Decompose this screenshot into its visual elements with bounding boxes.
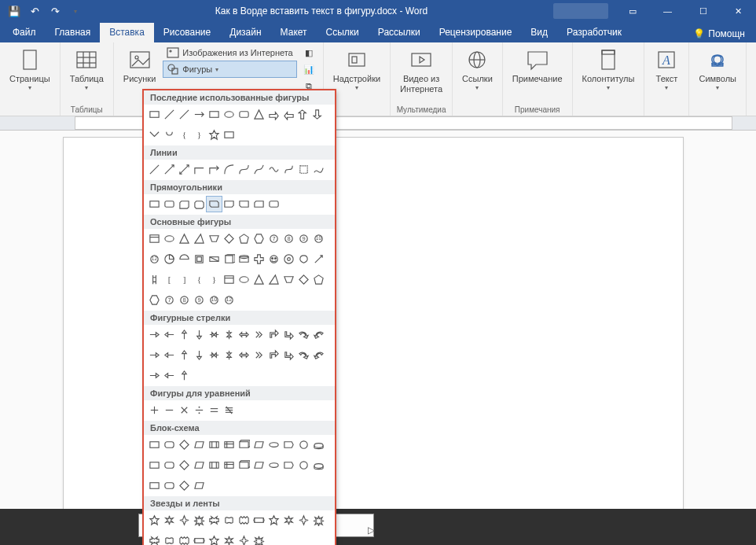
tab-file[interactable]: Файл	[3, 23, 46, 42]
shape-option[interactable]	[147, 348, 162, 363]
shape-option[interactable]	[207, 348, 222, 363]
shape-option[interactable]	[177, 437, 192, 452]
shape-option[interactable]	[296, 458, 311, 473]
shape-option[interactable]	[162, 348, 177, 363]
tab-design[interactable]: Дизайн	[220, 23, 270, 42]
shape-option[interactable]	[162, 368, 177, 383]
shape-option[interactable]	[192, 513, 207, 528]
shape-option[interactable]	[162, 197, 177, 212]
shape-option[interactable]	[237, 231, 251, 246]
links-button[interactable]: Ссылки ▾	[457, 45, 497, 94]
shape-option[interactable]	[162, 252, 177, 267]
shape-option[interactable]	[311, 348, 326, 363]
shape-option[interactable]	[266, 162, 281, 177]
shape-option[interactable]	[207, 327, 222, 342]
tab-developer[interactable]: Разработчик	[557, 23, 631, 42]
shape-option[interactable]	[207, 231, 222, 246]
redo-button[interactable]: ↷	[46, 2, 64, 20]
shape-option[interactable]	[177, 252, 192, 267]
shape-option[interactable]	[147, 368, 162, 383]
save-button[interactable]: 💾	[5, 2, 24, 20]
shape-option[interactable]	[251, 231, 266, 246]
shape-option[interactable]	[281, 348, 296, 363]
shape-option[interactable]	[251, 533, 266, 545]
tell-me[interactable]: 💡 Помощн	[685, 28, 753, 42]
shape-option[interactable]	[222, 272, 237, 287]
shape-option[interactable]: 8	[281, 231, 296, 246]
shape-option[interactable]	[266, 107, 281, 122]
shape-option[interactable]	[296, 327, 311, 342]
shape-option[interactable]: 12	[222, 293, 237, 307]
shape-option[interactable]: }	[192, 127, 207, 142]
shape-option[interactable]: }	[207, 272, 222, 287]
tab-home[interactable]: Главная	[46, 23, 101, 42]
shape-option[interactable]: 10	[311, 231, 326, 246]
horizontal-ruler[interactable]	[0, 116, 756, 131]
shape-option[interactable]	[177, 107, 192, 122]
shape-option[interactable]	[192, 458, 207, 473]
undo-button[interactable]: ↶	[25, 2, 44, 20]
tab-view[interactable]: Вид	[521, 23, 557, 42]
shape-option[interactable]	[281, 437, 296, 452]
addins-button[interactable]: Надстройки ▾	[328, 45, 385, 94]
shapes-gallery[interactable]: Последние использованные фигуры{}ЛинииПр…	[143, 90, 336, 545]
shape-option[interactable]	[237, 197, 251, 212]
shape-option[interactable]	[251, 348, 266, 363]
shape-option[interactable]	[192, 533, 207, 545]
shape-option[interactable]	[251, 197, 266, 212]
shape-option[interactable]	[192, 348, 207, 363]
shape-option[interactable]	[162, 327, 177, 342]
shape-option[interactable]	[222, 252, 237, 267]
shape-option[interactable]	[296, 513, 311, 528]
shape-option[interactable]	[222, 127, 237, 142]
shape-option[interactable]	[237, 327, 251, 342]
shape-option[interactable]	[237, 533, 251, 545]
shape-option[interactable]	[192, 162, 207, 177]
shape-option[interactable]	[162, 162, 177, 177]
shape-option[interactable]	[251, 272, 266, 287]
maximize-button[interactable]: ☐	[685, 0, 721, 22]
shape-option[interactable]	[222, 327, 237, 342]
shape-option[interactable]	[162, 533, 177, 545]
shape-option[interactable]	[311, 327, 326, 342]
shape-option[interactable]	[251, 437, 266, 452]
shape-option[interactable]	[147, 272, 162, 287]
tab-review[interactable]: Рецензирование	[430, 23, 522, 42]
shape-option[interactable]	[162, 107, 177, 122]
shape-option[interactable]	[162, 458, 177, 473]
shape-option[interactable]	[222, 513, 237, 528]
online-video-button[interactable]: Видео из Интернета	[395, 45, 447, 96]
tab-mailings[interactable]: Рассылки	[369, 23, 430, 42]
shape-option[interactable]	[237, 252, 251, 267]
shape-option[interactable]	[266, 458, 281, 473]
shape-option[interactable]	[162, 403, 177, 418]
shape-option[interactable]	[192, 478, 207, 493]
pictures-button[interactable]: Рисунки	[119, 45, 161, 87]
shape-option[interactable]	[222, 403, 237, 418]
shape-option[interactable]	[162, 478, 177, 493]
shape-option[interactable]	[266, 437, 281, 452]
shape-option[interactable]	[222, 107, 237, 122]
shape-option[interactable]	[311, 513, 326, 528]
shape-option[interactable]	[251, 162, 266, 177]
shape-option[interactable]	[147, 127, 162, 142]
tab-insert[interactable]: Вставка	[100, 23, 154, 42]
shape-option[interactable]	[296, 162, 311, 177]
shape-option[interactable]	[177, 327, 192, 342]
shape-option[interactable]	[207, 513, 222, 528]
tab-draw[interactable]: Рисование	[154, 23, 220, 42]
shape-option[interactable]	[281, 272, 296, 287]
shape-option[interactable]	[266, 348, 281, 363]
shape-option[interactable]	[147, 162, 162, 177]
shape-option[interactable]	[177, 231, 192, 246]
shape-option[interactable]	[281, 513, 296, 528]
shape-option[interactable]	[162, 127, 177, 142]
shape-option[interactable]: 12	[147, 252, 162, 267]
shape-option[interactable]	[207, 458, 222, 473]
shape-option[interactable]	[281, 107, 296, 122]
shape-option[interactable]	[222, 197, 237, 212]
shape-option[interactable]	[207, 162, 222, 177]
shape-option[interactable]: [	[162, 272, 177, 287]
shape-option[interactable]	[177, 197, 192, 212]
shape-option[interactable]	[192, 437, 207, 452]
